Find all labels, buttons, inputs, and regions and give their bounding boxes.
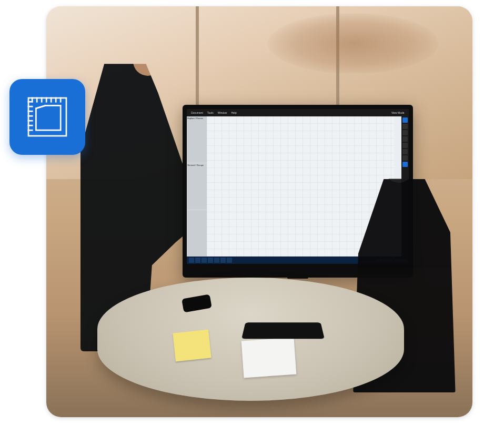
background-trees <box>268 13 438 74</box>
tool-icon <box>402 124 408 129</box>
taskbar-app-icon <box>195 258 200 263</box>
tool-icon <box>402 136 408 142</box>
tool-icon <box>402 130 408 135</box>
menu-document: Document <box>191 111 203 114</box>
taskbar-app-icon <box>201 258 207 263</box>
panel-explore: Explore / Rooms <box>187 116 207 163</box>
panel-blank <box>187 210 207 257</box>
taskbar-app-icon <box>208 258 213 263</box>
start-icon <box>189 258 194 263</box>
menu-window: Window <box>218 111 227 114</box>
promotional-photo: Document Tools Window Help View Mode Exp… <box>46 6 472 417</box>
blueprint-icon <box>24 93 71 141</box>
taskbar-app-icon <box>227 258 232 263</box>
tool-icon <box>402 143 408 148</box>
panel-general: General / Groups <box>187 163 207 210</box>
taskbar-app-icon <box>214 258 219 263</box>
blueprint-icon-badge <box>9 79 85 155</box>
tool-active-icon <box>402 117 408 123</box>
left-tool-panels: Explore / Rooms General / Groups <box>187 116 207 257</box>
tool-active-icon <box>402 162 408 167</box>
notepad <box>241 338 296 378</box>
application-menubar: Document Tools Window Help View Mode <box>187 109 408 116</box>
tool-icon <box>402 149 408 154</box>
monitor-stand <box>287 273 308 279</box>
tool-icon <box>402 155 408 161</box>
taskbar-app-icon <box>220 258 226 263</box>
keyboard <box>241 322 325 339</box>
office-table <box>97 278 404 401</box>
view-mode-label: View Mode <box>391 111 405 114</box>
menu-help: Help <box>231 111 236 114</box>
svg-line-15 <box>36 105 45 108</box>
menu-tools: Tools <box>207 111 214 114</box>
sticky-notes <box>173 329 211 361</box>
